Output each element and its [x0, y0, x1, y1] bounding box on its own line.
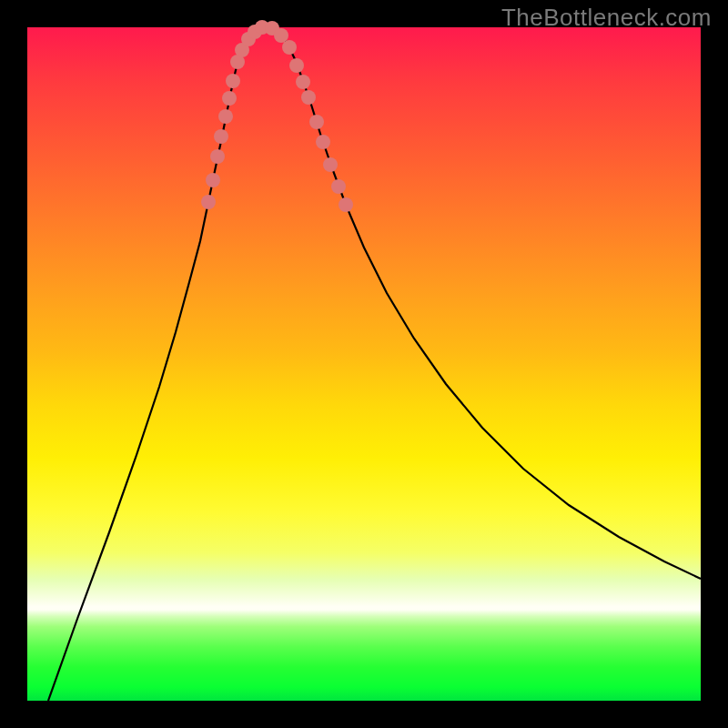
- data-dot: [339, 197, 353, 212]
- data-dot: [201, 195, 216, 209]
- data-dot: [282, 40, 297, 55]
- chart-frame: TheBottleneck.com: [0, 0, 728, 728]
- data-dot: [289, 58, 304, 73]
- data-dot: [226, 74, 240, 88]
- curve-dots: [201, 20, 353, 212]
- data-dot: [274, 28, 288, 43]
- data-dot: [309, 115, 324, 129]
- watermark-text: TheBottleneck.com: [501, 4, 712, 32]
- data-dot: [218, 109, 233, 124]
- data-dot: [296, 75, 310, 89]
- data-dot: [206, 173, 220, 187]
- data-dot: [316, 135, 330, 149]
- data-dot: [323, 157, 338, 172]
- data-dot: [222, 91, 237, 106]
- data-dot: [301, 90, 316, 105]
- data-dot: [210, 149, 225, 164]
- plot-area: [27, 27, 701, 701]
- curve-layer: [27, 27, 701, 701]
- data-dot: [331, 179, 346, 194]
- bottleneck-curve: [48, 27, 701, 701]
- data-dot: [214, 129, 228, 144]
